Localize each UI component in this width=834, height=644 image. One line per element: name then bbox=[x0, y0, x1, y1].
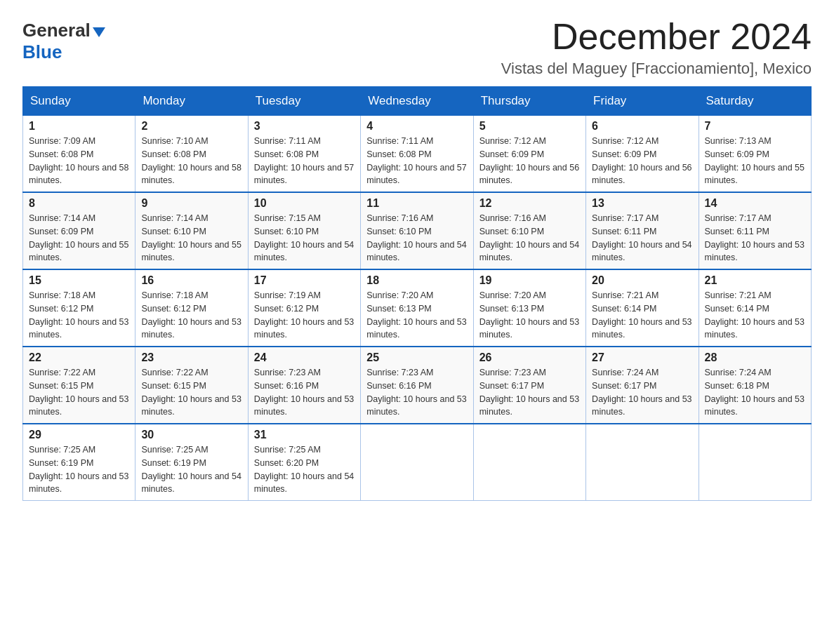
day-number: 6 bbox=[592, 120, 692, 133]
day-info: Sunrise: 7:24 AMSunset: 6:18 PMDaylight:… bbox=[705, 366, 805, 419]
day-info: Sunrise: 7:21 AMSunset: 6:14 PMDaylight:… bbox=[705, 289, 805, 342]
logo-triangle-icon bbox=[93, 27, 105, 37]
calendar-week-3: 15Sunrise: 7:18 AMSunset: 6:12 PMDayligh… bbox=[23, 269, 812, 347]
header-row: Sunday Monday Tuesday Wednesday Thursday… bbox=[23, 87, 812, 116]
day-info: Sunrise: 7:14 AMSunset: 6:10 PMDaylight:… bbox=[141, 212, 241, 264]
day-info: Sunrise: 7:22 AMSunset: 6:15 PMDaylight:… bbox=[141, 366, 241, 419]
day-number: 7 bbox=[705, 120, 805, 133]
day-number: 14 bbox=[705, 197, 805, 210]
day-info: Sunrise: 7:20 AMSunset: 6:13 PMDaylight:… bbox=[366, 289, 467, 342]
calendar-cell: 31Sunrise: 7:25 AMSunset: 6:20 PMDayligh… bbox=[248, 424, 360, 501]
day-info: Sunrise: 7:24 AMSunset: 6:17 PMDaylight:… bbox=[592, 366, 692, 419]
day-info: Sunrise: 7:14 AMSunset: 6:09 PMDaylight:… bbox=[29, 212, 129, 264]
calendar-week-1: 1Sunrise: 7:09 AMSunset: 6:08 PMDaylight… bbox=[23, 116, 812, 193]
calendar-cell: 29Sunrise: 7:25 AMSunset: 6:19 PMDayligh… bbox=[23, 424, 135, 501]
calendar-cell: 12Sunrise: 7:16 AMSunset: 6:10 PMDayligh… bbox=[473, 192, 585, 269]
calendar-cell: 15Sunrise: 7:18 AMSunset: 6:12 PMDayligh… bbox=[23, 269, 135, 347]
calendar-cell: 21Sunrise: 7:21 AMSunset: 6:14 PMDayligh… bbox=[699, 269, 811, 347]
calendar-cell: 8Sunrise: 7:14 AMSunset: 6:09 PMDaylight… bbox=[23, 192, 135, 269]
day-number: 15 bbox=[29, 274, 129, 287]
calendar-cell: 27Sunrise: 7:24 AMSunset: 6:17 PMDayligh… bbox=[586, 347, 699, 424]
day-number: 21 bbox=[705, 274, 805, 287]
day-info: Sunrise: 7:18 AMSunset: 6:12 PMDaylight:… bbox=[141, 289, 241, 342]
day-info: Sunrise: 7:25 AMSunset: 6:19 PMDaylight:… bbox=[29, 443, 129, 496]
day-info: Sunrise: 7:16 AMSunset: 6:10 PMDaylight:… bbox=[479, 212, 580, 264]
calendar-cell: 28Sunrise: 7:24 AMSunset: 6:18 PMDayligh… bbox=[699, 347, 811, 424]
calendar-cell: 4Sunrise: 7:11 AMSunset: 6:08 PMDaylight… bbox=[361, 116, 473, 193]
calendar-cell bbox=[699, 424, 811, 501]
day-number: 24 bbox=[254, 351, 355, 364]
day-info: Sunrise: 7:18 AMSunset: 6:12 PMDaylight:… bbox=[29, 289, 129, 342]
day-info: Sunrise: 7:16 AMSunset: 6:10 PMDaylight:… bbox=[366, 212, 467, 264]
day-info: Sunrise: 7:17 AMSunset: 6:11 PMDaylight:… bbox=[705, 212, 805, 264]
day-info: Sunrise: 7:11 AMSunset: 6:08 PMDaylight:… bbox=[254, 135, 355, 187]
calendar-cell: 30Sunrise: 7:25 AMSunset: 6:19 PMDayligh… bbox=[135, 424, 248, 501]
calendar-cell: 9Sunrise: 7:14 AMSunset: 6:10 PMDaylight… bbox=[135, 192, 248, 269]
day-number: 23 bbox=[141, 351, 241, 364]
day-number: 13 bbox=[592, 197, 692, 210]
day-info: Sunrise: 7:23 AMSunset: 6:16 PMDaylight:… bbox=[366, 366, 467, 419]
day-number: 2 bbox=[141, 120, 241, 133]
calendar-cell: 19Sunrise: 7:20 AMSunset: 6:13 PMDayligh… bbox=[473, 269, 585, 347]
day-number: 1 bbox=[29, 120, 129, 133]
calendar-cell: 3Sunrise: 7:11 AMSunset: 6:08 PMDaylight… bbox=[248, 116, 360, 193]
calendar-cell: 11Sunrise: 7:16 AMSunset: 6:10 PMDayligh… bbox=[361, 192, 473, 269]
day-number: 27 bbox=[592, 351, 692, 364]
day-number: 31 bbox=[254, 429, 355, 441]
day-number: 16 bbox=[141, 274, 241, 287]
calendar-cell: 6Sunrise: 7:12 AMSunset: 6:09 PMDaylight… bbox=[586, 116, 699, 193]
day-number: 17 bbox=[254, 274, 355, 287]
day-info: Sunrise: 7:11 AMSunset: 6:08 PMDaylight:… bbox=[366, 135, 467, 187]
day-number: 9 bbox=[141, 197, 241, 210]
page-header: General Blue December 2024 Vistas del Ma… bbox=[22, 17, 812, 78]
day-number: 30 bbox=[141, 429, 241, 441]
day-info: Sunrise: 7:22 AMSunset: 6:15 PMDaylight:… bbox=[29, 366, 129, 419]
day-info: Sunrise: 7:09 AMSunset: 6:08 PMDaylight:… bbox=[29, 135, 129, 187]
day-number: 5 bbox=[479, 120, 580, 133]
calendar-week-4: 22Sunrise: 7:22 AMSunset: 6:15 PMDayligh… bbox=[23, 347, 812, 424]
calendar-cell: 26Sunrise: 7:23 AMSunset: 6:17 PMDayligh… bbox=[473, 347, 585, 424]
calendar-cell: 22Sunrise: 7:22 AMSunset: 6:15 PMDayligh… bbox=[23, 347, 135, 424]
logo-general-text: General bbox=[22, 20, 91, 41]
calendar-cell: 25Sunrise: 7:23 AMSunset: 6:16 PMDayligh… bbox=[361, 347, 473, 424]
day-info: Sunrise: 7:17 AMSunset: 6:11 PMDaylight:… bbox=[592, 212, 692, 264]
day-number: 3 bbox=[254, 120, 355, 133]
calendar-cell: 1Sunrise: 7:09 AMSunset: 6:08 PMDaylight… bbox=[23, 116, 135, 193]
header-thursday: Thursday bbox=[473, 87, 585, 116]
header-monday: Monday bbox=[135, 87, 248, 116]
calendar-cell: 5Sunrise: 7:12 AMSunset: 6:09 PMDaylight… bbox=[473, 116, 585, 193]
day-info: Sunrise: 7:25 AMSunset: 6:19 PMDaylight:… bbox=[141, 443, 241, 496]
day-info: Sunrise: 7:21 AMSunset: 6:14 PMDaylight:… bbox=[592, 289, 692, 342]
day-info: Sunrise: 7:23 AMSunset: 6:16 PMDaylight:… bbox=[254, 366, 355, 419]
header-friday: Friday bbox=[586, 87, 699, 116]
day-number: 10 bbox=[254, 197, 355, 210]
day-number: 29 bbox=[29, 429, 129, 441]
day-info: Sunrise: 7:15 AMSunset: 6:10 PMDaylight:… bbox=[254, 212, 355, 264]
day-number: 19 bbox=[479, 274, 580, 287]
header-sunday: Sunday bbox=[23, 87, 135, 116]
day-number: 25 bbox=[366, 351, 467, 364]
day-number: 28 bbox=[705, 351, 805, 364]
calendar-cell: 23Sunrise: 7:22 AMSunset: 6:15 PMDayligh… bbox=[135, 347, 248, 424]
calendar-cell: 14Sunrise: 7:17 AMSunset: 6:11 PMDayligh… bbox=[699, 192, 811, 269]
calendar-cell: 18Sunrise: 7:20 AMSunset: 6:13 PMDayligh… bbox=[361, 269, 473, 347]
day-number: 18 bbox=[366, 274, 467, 287]
calendar-cell: 7Sunrise: 7:13 AMSunset: 6:09 PMDaylight… bbox=[699, 116, 811, 193]
calendar-cell bbox=[473, 424, 585, 501]
day-number: 8 bbox=[29, 197, 129, 210]
day-number: 20 bbox=[592, 274, 692, 287]
day-number: 12 bbox=[479, 197, 580, 210]
calendar-title: December 2024 bbox=[501, 17, 812, 57]
calendar-cell: 10Sunrise: 7:15 AMSunset: 6:10 PMDayligh… bbox=[248, 192, 360, 269]
calendar-table: Sunday Monday Tuesday Wednesday Thursday… bbox=[22, 86, 812, 501]
day-number: 4 bbox=[366, 120, 467, 133]
day-info: Sunrise: 7:13 AMSunset: 6:09 PMDaylight:… bbox=[705, 135, 805, 187]
calendar-week-2: 8Sunrise: 7:14 AMSunset: 6:09 PMDaylight… bbox=[23, 192, 812, 269]
calendar-cell bbox=[361, 424, 473, 501]
calendar-cell: 17Sunrise: 7:19 AMSunset: 6:12 PMDayligh… bbox=[248, 269, 360, 347]
day-number: 22 bbox=[29, 351, 129, 364]
title-block: December 2024 Vistas del Maguey [Fraccio… bbox=[501, 17, 812, 78]
calendar-week-5: 29Sunrise: 7:25 AMSunset: 6:19 PMDayligh… bbox=[23, 424, 812, 501]
day-number: 26 bbox=[479, 351, 580, 364]
day-info: Sunrise: 7:12 AMSunset: 6:09 PMDaylight:… bbox=[592, 135, 692, 187]
